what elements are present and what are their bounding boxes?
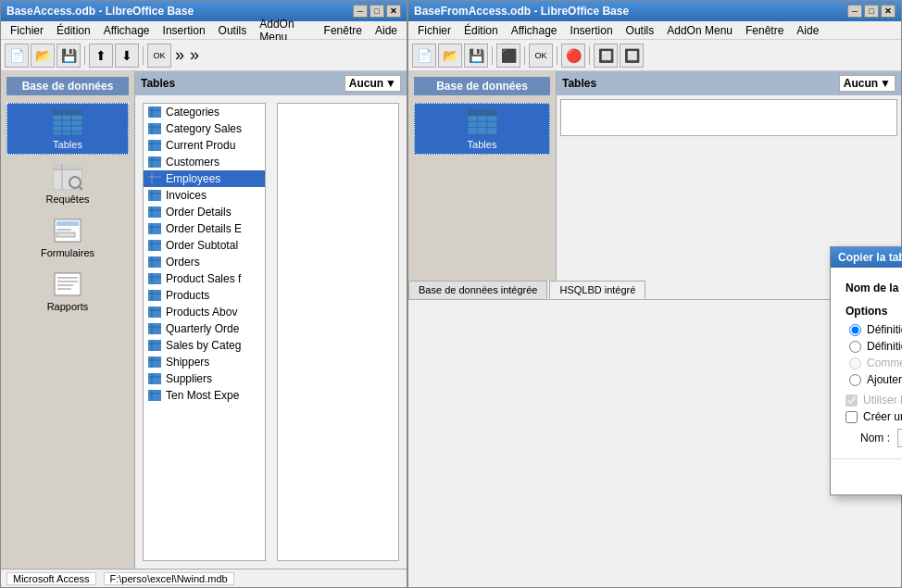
right-menu-affichage[interactable]: Affichage [506, 23, 563, 38]
table-row[interactable]: Order Details E [144, 220, 265, 237]
left-db-formulaires-label: Formulaires [41, 247, 94, 258]
right-aucun-chevron: ▼ [880, 77, 891, 90]
radio-ajouter-input[interactable] [849, 374, 861, 386]
copy-table-dialog: Copier la table ✕ Nom de la table : Opti… [830, 246, 902, 495]
svg-rect-35 [148, 173, 161, 184]
right-menu-fenetre[interactable]: Fenêtre [740, 23, 789, 38]
right-menu-aide[interactable]: Aide [791, 23, 824, 38]
table-icon [147, 221, 162, 236]
left-tb-copy[interactable]: ⬆ [89, 44, 113, 68]
left-menu-affichage[interactable]: Affichage [98, 23, 156, 38]
dialog-nom-input[interactable] [897, 429, 902, 447]
left-menu-fenetre[interactable]: Fenêtre [319, 23, 368, 38]
left-restore-button[interactable]: □ [370, 5, 384, 18]
left-db-item-tables[interactable]: Tables [6, 103, 129, 155]
table-row[interactable]: Products [144, 287, 265, 304]
dialog-footer: Aide Annuler < Précédent Suivant > Créer [831, 458, 902, 494]
table-row[interactable]: Quarterly Orde [144, 320, 265, 337]
right-menu-outils[interactable]: Outils [620, 23, 660, 38]
svg-rect-32 [148, 156, 161, 168]
left-aucun-chevron: ▼ [385, 77, 396, 90]
right-db-panel-title: Base de données [414, 77, 550, 95]
dialog-radio-def-et-donnees[interactable]: Définition et données [849, 323, 902, 336]
svg-rect-18 [55, 273, 81, 295]
left-menu-aide[interactable]: Aide [370, 23, 403, 38]
svg-rect-47 [148, 240, 161, 251]
left-tb-ok[interactable]: OK [147, 44, 171, 68]
table-icon [147, 205, 162, 219]
dialog-radio-comme-vue[interactable]: Comme vue de table [849, 357, 902, 369]
right-tb-ok[interactable]: OK [529, 44, 553, 68]
table-row[interactable]: Product Sales f [144, 270, 265, 287]
right-db-item-tables[interactable]: Tables [414, 103, 550, 155]
right-menu-addon[interactable]: AddOn Menu [661, 23, 738, 38]
table-row[interactable]: Customers [144, 154, 265, 170]
checkbox-clee-primaire-input[interactable] [846, 411, 858, 423]
dialog-radio-group: Définition et données Définition Comme v… [849, 323, 902, 386]
table-icon [147, 271, 162, 286]
left-aucun-dropdown[interactable]: Aucun ▼ [345, 75, 401, 92]
right-aucun-dropdown[interactable]: Aucun ▼ [839, 75, 896, 92]
right-tb-btn4[interactable]: 🔲 [594, 44, 618, 68]
table-row[interactable]: Ten Most Expe [144, 387, 265, 404]
right-menu-insertion[interactable]: Insertion [565, 23, 619, 38]
svg-rect-38 [148, 190, 161, 201]
left-tb-paste[interactable]: ⬇ [115, 44, 139, 68]
right-tabs-bar: Base de données intégrée HSQLBD intégré [408, 281, 901, 300]
table-row[interactable]: Shippers [144, 354, 265, 370]
left-db-item-requetes[interactable]: Requêtes [6, 158, 129, 208]
right-tb-sep1 [492, 46, 493, 65]
radio-definition-input[interactable] [849, 341, 861, 353]
left-db-item-formulaires[interactable]: Formulaires [6, 212, 129, 262]
right-tb-btn5[interactable]: 🔲 [620, 44, 644, 68]
svg-rect-9 [53, 164, 82, 169]
right-close-button[interactable]: ✕ [881, 5, 896, 18]
right-tb-save[interactable]: 💾 [464, 44, 488, 68]
left-menu-outils[interactable]: Outils [213, 23, 253, 38]
dialog-radio-ajouter[interactable]: Ajouter des données [849, 373, 902, 386]
left-tb-save[interactable]: 💾 [56, 44, 81, 68]
table-row[interactable]: Invoices [144, 187, 265, 204]
table-row-employees[interactable]: Employees [144, 170, 265, 187]
table-row[interactable]: Category Sales [144, 120, 265, 137]
left-tb-new[interactable]: 📄 [5, 44, 29, 68]
dialog-table-name-row: Nom de la table : [846, 279, 902, 297]
right-window-controls: ─ □ ✕ [847, 5, 896, 18]
table-row[interactable]: Categories [144, 104, 265, 120]
table-row[interactable]: Sales by Categ [144, 337, 265, 354]
left-close-button[interactable]: ✕ [386, 5, 401, 18]
right-menu-fichier[interactable]: Fichier [412, 23, 457, 38]
right-tb-btn2[interactable]: ⬛ [496, 44, 520, 68]
table-row[interactable]: Current Produ [144, 137, 265, 154]
right-tb-open[interactable]: 📂 [438, 44, 462, 68]
right-tb-new[interactable]: 📄 [412, 44, 436, 68]
radio-def-et-donnees-input[interactable] [849, 324, 861, 336]
left-tb-open[interactable]: 📂 [31, 44, 55, 68]
left-tb-more2[interactable]: » [188, 45, 201, 65]
dialog-checkbox-clee-primaire[interactable]: Créer une clé primaire [846, 410, 902, 423]
left-formulaires-icon [53, 216, 82, 245]
table-row[interactable]: Order Subtotal [144, 237, 265, 254]
left-minimize-button[interactable]: ─ [353, 5, 368, 18]
table-row[interactable]: Products Abov [144, 304, 265, 320]
table-row[interactable]: Orders [144, 254, 265, 270]
tab-integrated[interactable]: Base de données intégrée [408, 281, 547, 299]
left-db-item-rapports[interactable]: Rapports [6, 266, 129, 316]
left-tb-sep2 [143, 46, 144, 65]
table-row[interactable]: Suppliers [144, 370, 265, 387]
table-icon [147, 188, 162, 203]
left-db-rapports-label: Rapports [47, 301, 89, 312]
left-menu-fichier[interactable]: Fichier [5, 23, 49, 38]
radio-comme-vue-input [849, 357, 861, 369]
tab-hsqlbd[interactable]: HSQLBD intégré [549, 281, 645, 299]
dialog-radio-definition[interactable]: Définition [849, 340, 902, 353]
right-minimize-button[interactable]: ─ [847, 5, 862, 18]
right-tb-help[interactable]: 🔴 [561, 44, 585, 68]
right-restore-button[interactable]: □ [864, 5, 879, 18]
left-tb-more[interactable]: » [173, 45, 186, 65]
left-menu-edition[interactable]: Édition [51, 23, 96, 38]
table-row[interactable]: Order Details [144, 204, 265, 220]
right-menu-edition[interactable]: Édition [458, 23, 504, 38]
left-menu-insertion[interactable]: Insertion [157, 23, 211, 38]
left-preview-area [277, 103, 400, 561]
